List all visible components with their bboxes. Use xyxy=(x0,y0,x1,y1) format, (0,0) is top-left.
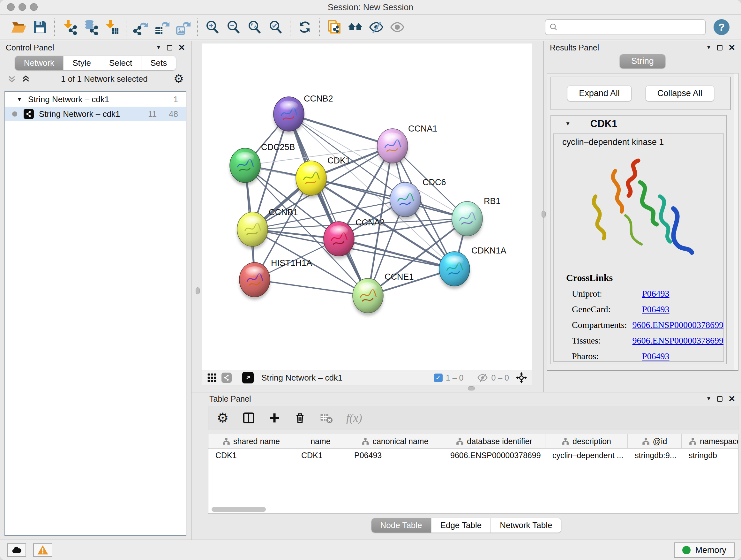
right-splitter-handle[interactable] xyxy=(542,211,546,218)
float-panel-icon[interactable] xyxy=(717,396,723,401)
results-scrollbar[interactable] xyxy=(734,73,738,370)
function-builder-button[interactable]: f(x) xyxy=(346,411,362,425)
node-CDKN1A[interactable]: CDKN1A xyxy=(439,246,507,289)
tab-node-table[interactable]: Node Table xyxy=(372,518,431,533)
node-HIST1H1A[interactable]: HIST1H1A xyxy=(239,258,312,300)
edge-CCNB2-CCNA1[interactable] xyxy=(289,114,393,146)
gear-icon[interactable]: ⚙ xyxy=(174,73,184,84)
column-header--id[interactable]: @id xyxy=(628,434,682,448)
duplicate-network-button[interactable] xyxy=(325,18,343,36)
network-status-dot xyxy=(12,111,17,117)
panel-menu-icon[interactable]: ▼ xyxy=(706,44,711,51)
export-network-button[interactable] xyxy=(132,18,150,36)
search-field[interactable] xyxy=(545,19,706,35)
pan-crosshair-icon[interactable] xyxy=(515,372,528,384)
open-in-new-icon[interactable] xyxy=(242,372,254,383)
delete-table-icon[interactable] xyxy=(320,411,333,425)
show-all-button[interactable] xyxy=(388,18,406,36)
network-row[interactable]: String Network – cdk1 11 48 xyxy=(5,107,186,121)
import-network-button[interactable] xyxy=(60,18,78,36)
memory-label: Memory xyxy=(695,545,726,555)
tab-network-table[interactable]: Network Table xyxy=(491,518,561,533)
tab-style[interactable]: Style xyxy=(64,56,100,70)
crosslink-label: GeneCard: xyxy=(572,304,642,314)
column-header-canonical-name[interactable]: canonical name xyxy=(347,434,443,448)
expand-all-icon[interactable] xyxy=(21,74,30,84)
collapse-all-icon[interactable] xyxy=(7,74,17,84)
close-panel-icon[interactable]: ✕ xyxy=(728,395,735,403)
delete-column-icon[interactable] xyxy=(294,412,306,424)
close-panel-icon[interactable]: ✕ xyxy=(178,44,185,52)
help-button[interactable]: ? xyxy=(714,19,730,35)
horizontal-scrollbar-thumb[interactable] xyxy=(212,507,266,512)
tab-sets[interactable]: Sets xyxy=(141,56,176,70)
table-options-gear-icon[interactable]: ⚙ xyxy=(217,411,229,425)
open-session-button[interactable] xyxy=(10,18,28,36)
zoom-selected-button[interactable] xyxy=(266,18,284,36)
import-network-from-database-button[interactable] xyxy=(81,18,99,36)
node-RB1[interactable]: RB1 xyxy=(452,196,501,239)
crosslink-link[interactable]: P06493 xyxy=(642,289,670,299)
export-table-button[interactable] xyxy=(153,18,171,36)
column-header-description[interactable]: description xyxy=(545,434,628,448)
network-collection-row[interactable]: ▼ String Network – cdk1 1 xyxy=(5,92,186,107)
hide-selected-button[interactable] xyxy=(367,18,385,36)
tab-edge-table[interactable]: Edge Table xyxy=(431,518,491,533)
node-label-CDK1: CDK1 xyxy=(327,156,350,165)
tab-select[interactable]: Select xyxy=(100,56,141,70)
apply-layout-button[interactable] xyxy=(296,18,314,36)
cloud-status-button[interactable] xyxy=(7,543,26,557)
panel-menu-icon[interactable]: ▼ xyxy=(156,44,161,51)
column-header-shared-name[interactable]: shared name xyxy=(208,434,294,448)
node-CDC6[interactable]: CDC6 xyxy=(390,178,446,220)
export-image-button[interactable] xyxy=(174,18,192,36)
expand-all-button[interactable]: Expand All xyxy=(567,85,631,101)
crosslink-link[interactable]: P06493 xyxy=(642,351,670,361)
edge-HIST1H1A-CCNE1[interactable] xyxy=(255,280,368,296)
column-header-name[interactable]: name xyxy=(294,434,347,448)
bottom-splitter-handle[interactable] xyxy=(468,386,475,390)
first-neighbors-button[interactable] xyxy=(346,18,364,36)
node-CCNB2[interactable]: CCNB2 xyxy=(273,94,333,134)
save-session-button[interactable] xyxy=(31,18,49,36)
tab-string[interactable]: String xyxy=(620,54,665,68)
column-header-namespace[interactable]: namespace xyxy=(682,434,738,448)
toolbar-separator xyxy=(319,18,320,36)
table-row[interactable]: CDK1CDK1P064939606.ENSP00000378699cyclin… xyxy=(208,449,738,462)
warnings-button[interactable] xyxy=(33,543,52,557)
zoom-out-button[interactable] xyxy=(224,18,242,36)
network-canvas[interactable]: CCNB2CCNA1CDC25BCDK1CDC6RB1CCNB1CCNA2CDK… xyxy=(202,43,532,370)
hidden-eye-slash-icon[interactable] xyxy=(477,372,488,383)
left-splitter-handle[interactable] xyxy=(196,287,200,294)
column-header-database-identifier[interactable]: database identifier xyxy=(443,434,545,448)
gene-name: CDK1 xyxy=(590,118,617,130)
birds-eye-grid-icon[interactable] xyxy=(207,373,217,383)
crosslink-link[interactable]: 9606.ENSP00000378699 xyxy=(632,335,724,346)
collapse-all-button[interactable]: Collapse All xyxy=(646,85,714,101)
close-panel-icon[interactable]: ✕ xyxy=(728,44,735,52)
edge-CCNB2-CCNE1[interactable] xyxy=(289,114,368,296)
zoom-fit-button[interactable] xyxy=(246,18,263,36)
tree-expand-icon[interactable]: ▼ xyxy=(17,96,22,103)
selected-nodes-checkbox[interactable]: ✓ xyxy=(434,374,443,382)
network-share-icon[interactable] xyxy=(221,373,232,383)
collapse-card-icon[interactable]: ▼ xyxy=(565,121,570,127)
crosslink-link[interactable]: 9606.ENSP00000378699 xyxy=(632,320,724,330)
search-input[interactable] xyxy=(561,23,701,32)
show-columns-icon[interactable] xyxy=(242,412,255,424)
node-CCNE1[interactable]: CCNE1 xyxy=(353,272,414,316)
node-table: shared namenamecanonical namedatabase id… xyxy=(208,434,738,514)
zoom-in-button[interactable] xyxy=(203,18,221,36)
add-column-icon[interactable] xyxy=(268,412,280,424)
memory-button[interactable]: Memory xyxy=(674,543,735,558)
crosslink-link[interactable]: P06493 xyxy=(642,304,670,314)
gene-description: cyclin–dependent kinase 1 xyxy=(562,137,724,147)
table-cell: stringdb xyxy=(682,449,738,462)
node-CCNB1[interactable]: CCNB1 xyxy=(237,207,298,249)
tab-network[interactable]: Network xyxy=(15,56,64,70)
float-panel-icon[interactable] xyxy=(717,45,723,51)
panel-menu-icon[interactable]: ▼ xyxy=(706,395,711,402)
import-table-button[interactable] xyxy=(103,18,120,36)
string-network-graph[interactable]: CCNB2CCNA1CDC25BCDK1CDC6RB1CCNB1CCNA2CDK… xyxy=(202,44,532,370)
float-panel-icon[interactable] xyxy=(167,45,172,51)
